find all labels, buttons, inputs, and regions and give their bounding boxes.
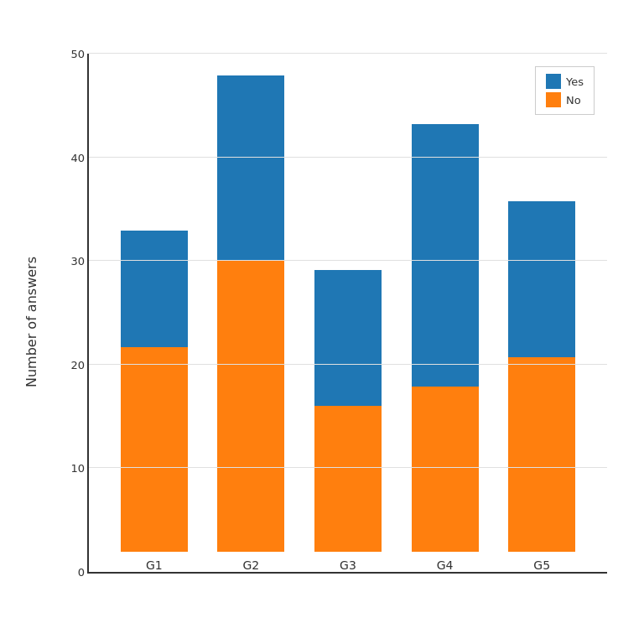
- y-gridline: [89, 364, 607, 365]
- legend: Yes No: [535, 66, 595, 115]
- x-label: G5: [533, 558, 550, 572]
- legend-no: No: [546, 92, 584, 107]
- y-tick: 10: [60, 462, 85, 475]
- y-tick: 50: [60, 48, 85, 60]
- bar-wrapper: G5: [508, 201, 575, 572]
- y-gridline: [89, 467, 607, 468]
- bars-group: G1G2G3G4G5: [89, 54, 607, 572]
- stacked-bar: [121, 231, 188, 552]
- y-gridline: [89, 260, 607, 261]
- stacked-bar: [508, 201, 575, 552]
- y-gridline: [89, 53, 607, 54]
- y-tick: 40: [60, 152, 85, 164]
- x-label: G4: [437, 558, 454, 572]
- x-label: G1: [146, 558, 163, 572]
- chart-area: G1G2G3G4G5 Yes No 01020304050: [87, 54, 607, 574]
- bar-wrapper: G4: [412, 124, 479, 572]
- bar-yes: [217, 75, 284, 260]
- chart-container: Number of answers G1G2G3G4G5 Yes No 0102…: [20, 20, 624, 624]
- legend-yes-label: Yes: [566, 75, 584, 88]
- bar-no: [217, 260, 284, 552]
- y-gridline: [89, 157, 607, 158]
- y-tick: 20: [60, 359, 85, 371]
- stacked-bar: [217, 75, 284, 552]
- y-tick: 30: [60, 255, 85, 267]
- bar-yes: [314, 270, 382, 406]
- bar-wrapper: G1: [121, 231, 188, 572]
- bar-yes: [508, 201, 575, 357]
- legend-no-color: [546, 92, 561, 107]
- y-tick: 0: [60, 566, 85, 579]
- bar-wrapper: G3: [314, 270, 382, 572]
- bar-no: [508, 357, 575, 552]
- bar-yes: [412, 124, 479, 387]
- legend-yes-color: [546, 74, 561, 89]
- x-label: G3: [340, 558, 356, 572]
- bar-no: [314, 406, 382, 552]
- bar-no: [121, 347, 188, 552]
- bar-no: [412, 387, 479, 552]
- stacked-bar: [412, 124, 479, 552]
- stacked-bar: [314, 270, 382, 552]
- legend-yes: Yes: [546, 74, 584, 89]
- y-axis-label: Number of answers: [23, 257, 39, 387]
- x-label: G2: [243, 558, 260, 572]
- bar-wrapper: G2: [217, 75, 284, 572]
- bar-yes: [121, 231, 188, 347]
- legend-no-label: No: [566, 94, 581, 106]
